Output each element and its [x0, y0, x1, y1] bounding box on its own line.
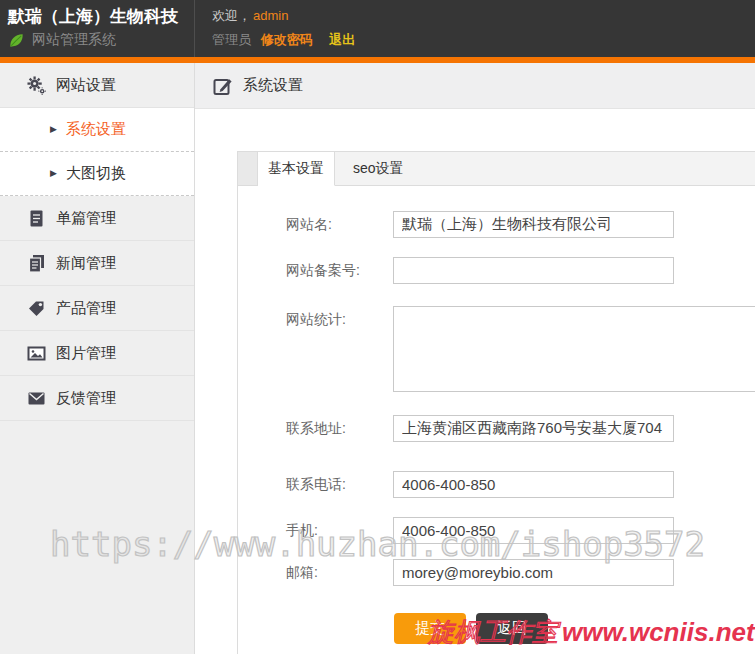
sidebar: 网站设置 ▶ 系统设置 ▶ 大图切换 单篇管理: [0, 63, 195, 654]
logout-link[interactable]: 退出: [329, 32, 355, 47]
system-subtitle-row: 网站管理系统: [8, 31, 194, 49]
email-input[interactable]: [393, 559, 674, 586]
sidebar-item-label: 新闻管理: [56, 254, 116, 273]
tag-icon: [27, 299, 46, 318]
news-icon: [27, 254, 46, 273]
gears-icon: [27, 76, 46, 95]
brand-block: 默瑞（上海）生物科技 网站管理系统: [0, 0, 195, 57]
sidebar-subitem-label: 系统设置: [66, 120, 126, 139]
mobile-label: 手机:: [286, 522, 393, 540]
tab-bar: 基本设置 seo设置: [238, 151, 755, 186]
contact-phone-label: 联系电话:: [286, 476, 393, 494]
edit-icon: [213, 76, 233, 96]
mobile-input[interactable]: [393, 517, 674, 544]
sidebar-item-products[interactable]: 产品管理: [0, 286, 194, 331]
sidebar-item-feedback[interactable]: 反馈管理: [0, 376, 194, 421]
sidebar-item-news[interactable]: 新闻管理: [0, 241, 194, 286]
admin-line: 管理员 修改密码 退出: [212, 31, 355, 49]
top-header: 默瑞（上海）生物科技 网站管理系统 欢迎，admin 管理员 修改密码 退出: [0, 0, 755, 57]
admin-screen: 默瑞（上海）生物科技 网站管理系统 欢迎，admin 管理员 修改密码 退出: [0, 0, 755, 654]
icp-number-label: 网站备案号:: [286, 262, 393, 280]
page-title: 系统设置: [243, 76, 303, 95]
sidebar-item-label: 单篇管理: [56, 209, 116, 228]
site-stats-row: 网站统计:: [286, 306, 755, 392]
contact-address-input[interactable]: [393, 415, 674, 442]
image-icon: [27, 344, 46, 363]
document-icon: [27, 209, 46, 228]
company-title: 默瑞（上海）生物科技: [8, 6, 194, 28]
tab-seo-settings[interactable]: seo设置: [335, 152, 422, 185]
site-stats-label: 网站统计:: [286, 306, 393, 329]
leaf-icon: [8, 32, 25, 49]
email-row: 邮箱:: [286, 559, 755, 586]
mobile-row: 手机:: [286, 517, 755, 544]
header-user-block: 欢迎，admin 管理员 修改密码 退出: [195, 0, 355, 57]
settings-panel: 基本设置 seo设置 网站名: 网站备案号: 网站统计: 联系地址:: [237, 151, 755, 654]
contact-phone-input[interactable]: [393, 471, 674, 498]
site-name-row: 网站名:: [286, 211, 755, 238]
sidebar-item-label: 反馈管理: [56, 389, 116, 408]
site-name-label: 网站名:: [286, 216, 393, 234]
basic-settings-form: 网站名: 网站备案号: 网站统计: 联系地址: 联系电话: 手机:: [238, 186, 755, 644]
contact-address-label: 联系地址:: [286, 420, 393, 438]
contact-address-row: 联系地址:: [286, 415, 755, 442]
tab-spacer: [238, 152, 258, 185]
arrow-icon: ▶: [50, 125, 57, 134]
back-button[interactable]: 返回: [476, 613, 548, 644]
sidebar-subitem-system-settings[interactable]: ▶ 系统设置: [0, 108, 194, 152]
system-subtitle: 网站管理系统: [32, 31, 116, 49]
sidebar-item-images[interactable]: 图片管理: [0, 331, 194, 376]
sidebar-item-label: 图片管理: [56, 344, 116, 363]
email-label: 邮箱:: [286, 564, 393, 582]
welcome-line: 欢迎，admin: [212, 7, 355, 25]
site-name-input[interactable]: [393, 211, 674, 238]
change-password-link[interactable]: 修改密码: [261, 32, 313, 47]
username: admin: [253, 8, 288, 23]
page-title-bar: 系统设置: [195, 63, 755, 109]
tab-basic-settings[interactable]: 基本设置: [258, 152, 335, 186]
sidebar-item-site-settings[interactable]: 网站设置: [0, 63, 194, 108]
submit-button[interactable]: 提交: [394, 613, 466, 644]
arrow-icon: ▶: [50, 169, 57, 178]
site-stats-textarea[interactable]: [393, 306, 755, 392]
icp-number-input[interactable]: [393, 257, 674, 284]
sidebar-item-single-pages[interactable]: 单篇管理: [0, 196, 194, 241]
contact-phone-row: 联系电话:: [286, 471, 755, 498]
welcome-text: 欢迎，: [212, 8, 251, 23]
sidebar-item-label: 产品管理: [56, 299, 116, 318]
sidebar-item-label: 网站设置: [56, 76, 116, 95]
role-label: 管理员: [212, 32, 251, 47]
sidebar-subitem-label: 大图切换: [66, 164, 126, 183]
sidebar-subitem-banner-switch[interactable]: ▶ 大图切换: [0, 152, 194, 196]
icp-number-row: 网站备案号:: [286, 257, 755, 284]
mail-icon: [27, 389, 46, 408]
form-actions: 提交 返回: [394, 613, 755, 644]
